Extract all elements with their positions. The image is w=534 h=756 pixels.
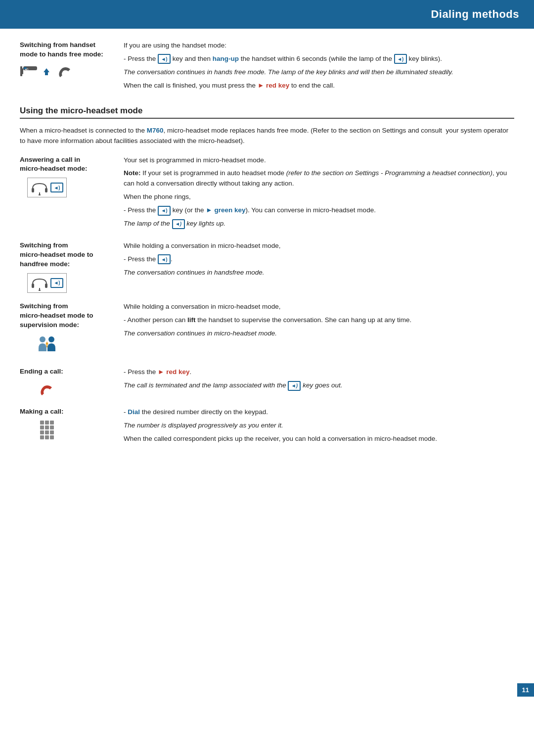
making-text-1: - Dial the desired number directly on th… <box>124 407 514 418</box>
answering-text-5: The lamp of the ◄) key lights up. <box>124 219 514 229</box>
arrow-down-icon <box>42 66 51 76</box>
switching-supervision-section: Switching from micro-headset mode to sup… <box>20 302 514 359</box>
supervision-icon <box>35 333 59 358</box>
svg-rect-6 <box>32 188 34 192</box>
ending-call-label: Ending a call: <box>20 367 116 377</box>
making-call-section: Making a call: - Dial the desired number… <box>20 407 514 447</box>
svg-rect-11 <box>45 284 47 288</box>
handset-icon: ◄) <box>20 63 38 79</box>
micro-headset-intro: When a micro-headset is connected to the… <box>20 126 514 146</box>
switching-micro-handfree-label: Switching from micro-headset mode to han… <box>20 241 116 269</box>
switching-handset-left: Switching from handset mode to hands fre… <box>20 41 124 79</box>
making-call-image <box>20 417 74 439</box>
red-key-highlight2: red key <box>166 368 189 376</box>
handset-images: ◄) <box>20 63 116 79</box>
svg-point-14 <box>40 336 45 342</box>
micro-headset-heading: Using the micro-headset mode <box>20 106 514 119</box>
svg-rect-7 <box>45 188 47 192</box>
switching-supervision-image <box>20 330 74 358</box>
page-number-tab: 11 <box>517 683 534 697</box>
switching-handset-section: Switching from handset mode to hands fre… <box>20 41 514 94</box>
answering-text-1: Your set is programmed in micro-headset … <box>124 155 514 166</box>
svg-marker-5 <box>44 68 49 75</box>
switching-supervision-label: Switching from micro-headset mode to sup… <box>20 302 116 330</box>
headset-svg2 <box>31 275 48 291</box>
spk-key-icon2: ◄) <box>394 54 407 64</box>
page-title: Dialing methods <box>431 8 519 20</box>
spk-key-icon3: ◄) <box>158 206 171 216</box>
red-key-highlight: red key <box>266 82 289 89</box>
switching-micro-text-1: While holding a conversation in micro-he… <box>124 241 514 251</box>
ending-text-1: - Press the ► red key. <box>124 367 514 378</box>
switching-micro-handfree-text: While holding a conversation in micro-he… <box>124 241 514 281</box>
making-text-3: When the called correspondent picks up t… <box>124 434 514 444</box>
switching-micro-text-2: - Press the ◄). <box>124 254 514 265</box>
ending-call-section: Ending a call: - Press the ► red key. Th… <box>20 367 514 398</box>
switching-supervision-text: While holding a conversation in micro-he… <box>124 302 514 342</box>
dial-highlight: Dial <box>128 408 140 416</box>
svg-point-13 <box>39 289 41 291</box>
handset-text-4: When the call is finished, you must pres… <box>124 81 514 91</box>
spk-btn-icon2: ◄) <box>50 278 63 288</box>
svg-point-15 <box>48 336 54 342</box>
hang-up-highlight: hang-up <box>213 55 239 62</box>
svg-rect-10 <box>32 284 34 288</box>
spk-key-icon4: ◄) <box>172 219 185 229</box>
answering-text-4: - Press the ◄) key (or the ► green key).… <box>124 205 514 216</box>
red-phone-icon <box>36 380 58 398</box>
phone-handset-icon <box>55 63 74 79</box>
switching-supervision-left: Switching from micro-headset mode to sup… <box>20 302 124 359</box>
answering-text-2: Note: If your set is programmed in auto … <box>124 168 514 189</box>
keypad-icon <box>40 421 54 439</box>
spk-key-icon5: ◄) <box>158 254 171 264</box>
ending-call-image <box>20 377 74 398</box>
headset-svg <box>31 180 48 195</box>
green-key-highlight: green key <box>214 206 245 214</box>
svg-point-9 <box>39 194 41 195</box>
spk-btn-icon: ◄) <box>50 183 63 192</box>
ending-call-text: - Press the ► red key. The call is termi… <box>124 367 514 394</box>
micro-headset-intro-italic: (Refer to the section on Settings and co… <box>20 127 508 144</box>
answering-call-section: Answering a call in micro-headset mode: … <box>20 155 514 233</box>
m760-highlight: M760 <box>147 127 164 134</box>
handset-text-1: If you are using the handset mode: <box>124 41 514 51</box>
spk-key-icon: ◄) <box>158 54 171 64</box>
answering-call-label: Answering a call in micro-headset mode: <box>20 155 116 174</box>
switching-micro-handfree-section: Switching from micro-headset mode to han… <box>20 241 514 293</box>
svg-text:◄): ◄) <box>24 68 28 71</box>
switching-handset-text: If you are using the handset mode: - Pre… <box>124 41 514 94</box>
making-call-label: Making a call: <box>20 407 116 417</box>
page-header: Dialing methods <box>0 0 534 29</box>
svg-rect-1 <box>22 68 23 74</box>
answering-text-3: When the phone rings, <box>124 192 514 202</box>
switching-handset-label: Switching from handset mode to hands fre… <box>20 41 116 59</box>
switching-micro-text-3: The conversation continues in handsfree … <box>124 268 514 278</box>
answering-call-left: Answering a call in micro-headset mode: … <box>20 155 124 198</box>
making-call-left: Making a call: <box>20 407 124 439</box>
supervision-text-2: - Another person can lift the handset to… <box>124 315 514 326</box>
supervision-text-3: The conversation continues in micro-head… <box>124 329 514 339</box>
supervision-text-1: While holding a conversation in micro-he… <box>124 302 514 312</box>
micro-headset-device-icon: ◄) <box>27 178 67 197</box>
svg-rect-0 <box>20 66 22 76</box>
making-text-2: The number is displayed progressively as… <box>124 421 514 431</box>
switching-micro-handfree-left: Switching from micro-headset mode to han… <box>20 241 124 293</box>
handset-text-2: - Press the ◄) key and then hang-up the … <box>124 54 514 64</box>
making-call-text: - Dial the desired number directly on th… <box>124 407 514 447</box>
spk-key-icon6: ◄) <box>288 381 301 391</box>
handset-text-3: The conversation continues in hands free… <box>124 67 514 78</box>
micro-headset-device-icon2: ◄) <box>27 273 67 293</box>
answering-call-text: Your set is programmed in micro-headset … <box>124 155 514 233</box>
answering-call-image: ◄) <box>20 174 74 197</box>
ending-call-left: Ending a call: <box>20 367 124 398</box>
switching-micro-handfree-image: ◄) <box>20 269 74 293</box>
ending-text-2: The call is terminated and the lamp asso… <box>124 380 514 391</box>
